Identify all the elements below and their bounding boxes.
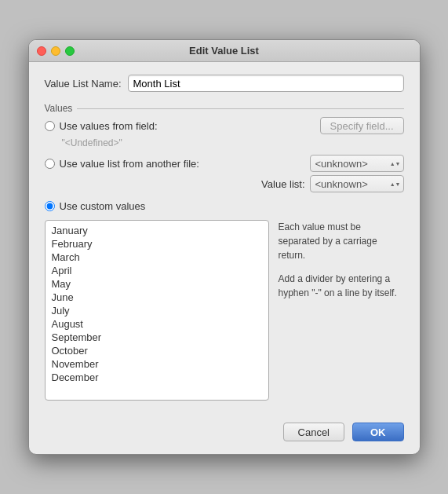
undefined-text: "<Undefined>" [62,137,404,148]
option1-label: Use values from field: [60,120,158,132]
custom-list[interactable]: JanuaryFebruaryMarchAprilMayJuneJulyAugu… [45,220,269,401]
dialog-body: Value List Name: Values Use values from … [29,62,420,413]
titlebar: Edit Value List [29,40,420,62]
option1-row: Use values from field: Specify field... [45,117,404,134]
dialog-title: Edit Value List [29,45,420,57]
cancel-button[interactable]: Cancel [283,423,344,441]
file-dropdown[interactable]: <unknown> [310,155,404,172]
list-item[interactable]: March [49,251,265,264]
option2-radio[interactable] [45,159,55,169]
list-item[interactable]: June [49,291,265,304]
traffic-lights [37,46,75,56]
custom-hint: Each value must be separated by a carria… [279,220,404,401]
value-list-row: Value list: <unknown> [45,175,404,192]
list-item[interactable]: February [49,237,265,251]
option1-radio[interactable] [45,121,55,131]
list-item[interactable]: April [49,264,265,277]
custom-section: JanuaryFebruaryMarchAprilMayJuneJulyAugu… [45,220,404,401]
list-item[interactable]: November [49,357,265,371]
list-item[interactable]: July [49,304,265,317]
edit-value-list-dialog: Edit Value List Value List Name: Values … [28,39,421,455]
name-label: Value List Name: [45,78,122,90]
list-item[interactable]: May [49,277,265,291]
option3-label: Use custom values [60,200,146,212]
list-item[interactable]: October [49,344,265,357]
option3-row: Use custom values [45,200,404,212]
list-item[interactable]: August [49,317,265,331]
value-list-dropdown-wrapper: <unknown> [310,175,404,192]
specify-field-button[interactable]: Specify field... [320,117,404,134]
list-item[interactable]: December [49,371,265,384]
option2-label: Use value list from another file: [60,158,199,170]
option2-row: Use value list from another file: <unkno… [45,155,404,172]
list-item[interactable]: January [49,224,265,237]
hint-line2: Add a divider by entering a hyphen "-" o… [279,272,404,300]
minimize-button[interactable] [51,46,60,56]
hint-line1: Each value must be separated by a carria… [279,220,404,262]
close-button[interactable] [37,46,46,56]
values-section-label: Values [45,103,404,114]
option3-radio[interactable] [45,201,55,211]
name-row: Value List Name: [45,75,404,92]
name-input[interactable] [128,75,404,92]
value-list-label: Value list: [261,178,304,190]
dialog-footer: Cancel OK [29,413,420,454]
maximize-button[interactable] [65,46,75,56]
list-item[interactable]: September [49,331,265,344]
value-list-dropdown[interactable]: <unknown> [310,175,404,192]
file-dropdown-wrapper: <unknown> [310,155,404,172]
ok-button[interactable]: OK [352,423,404,441]
